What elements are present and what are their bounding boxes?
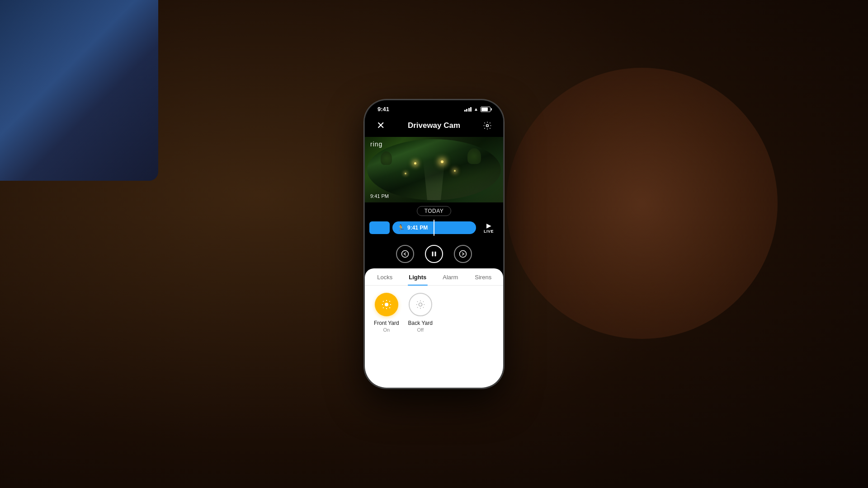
light-item-back-yard[interactable]: Back Yard Off <box>408 293 433 380</box>
light-item-front-yard[interactable]: Front Yard On <box>374 293 399 380</box>
tab-alarm[interactable]: Alarm <box>434 268 467 285</box>
app-content: ✕ Driveway Cam <box>365 114 503 388</box>
signal-bar-4 <box>470 107 472 112</box>
rewind-button[interactable] <box>396 245 414 263</box>
phone: 9:41 ▲ ✕ Driveway Cam <box>364 99 504 389</box>
app-header: ✕ Driveway Cam <box>365 114 503 137</box>
background-books <box>0 0 158 181</box>
video-timestamp: 9:41 PM <box>370 193 389 199</box>
tab-sirens[interactable]: Sirens <box>467 268 500 285</box>
timeline-event-block[interactable]: 🏃 9:41 PM <box>392 221 476 234</box>
back-yard-light-circle[interactable] <box>409 293 432 316</box>
status-icons: ▲ <box>464 107 491 112</box>
signal-bar-2 <box>466 109 467 112</box>
ring-logo: ring <box>370 141 382 148</box>
forward-button[interactable] <box>454 245 472 263</box>
playback-controls <box>365 239 503 268</box>
live-play-icon: ▶ <box>486 222 491 229</box>
svg-point-5 <box>385 303 388 306</box>
video-feed: ring 9:41 PM <box>365 137 503 202</box>
tabs-row: Locks Lights Alarm Sirens <box>365 268 503 286</box>
battery-fill <box>481 108 488 111</box>
svg-rect-2 <box>432 252 434 257</box>
signal-bars <box>464 107 472 112</box>
live-label: LIVE <box>484 229 494 234</box>
wifi-icon: ▲ <box>474 107 478 112</box>
live-button[interactable]: ▶ LIVE <box>479 222 499 234</box>
signal-bar-1 <box>464 110 466 112</box>
background-tray <box>506 68 778 339</box>
today-badge: TODAY <box>365 206 503 216</box>
svg-point-0 <box>486 125 488 127</box>
svg-point-4 <box>460 251 467 258</box>
motion-icon: 🏃 <box>397 224 405 231</box>
front-yard-status: On <box>383 327 390 333</box>
svg-point-6 <box>419 303 422 306</box>
timeline-section: TODAY 🏃 9:41 PM ▶ LIVE <box>365 202 503 239</box>
svg-point-1 <box>402 251 409 258</box>
front-yard-light-circle[interactable] <box>375 293 398 316</box>
today-pill[interactable]: TODAY <box>417 206 452 216</box>
bottom-panel: Locks Lights Alarm Sirens <box>365 268 503 388</box>
pause-button[interactable] <box>425 245 443 263</box>
timeline-cursor <box>434 220 434 236</box>
close-button[interactable]: ✕ <box>374 119 387 132</box>
timeline-bar: 🏃 9:41 PM ▶ LIVE <box>365 220 503 236</box>
header-title: Driveway Cam <box>408 121 460 130</box>
battery-icon <box>481 107 491 112</box>
status-bar: 9:41 ▲ <box>365 100 503 114</box>
tab-lights[interactable]: Lights <box>401 268 434 285</box>
video-overlay <box>365 137 503 202</box>
status-time: 9:41 <box>377 106 389 113</box>
svg-rect-3 <box>435 252 436 257</box>
signal-bar-3 <box>468 108 470 112</box>
back-yard-name: Back Yard <box>408 320 433 326</box>
timeline-event-time: 9:41 PM <box>407 225 428 231</box>
tab-locks[interactable]: Locks <box>368 268 401 285</box>
settings-button[interactable] <box>481 119 494 132</box>
front-yard-name: Front Yard <box>374 320 399 326</box>
timeline-past-event[interactable] <box>369 221 390 234</box>
back-yard-status: Off <box>417 327 423 333</box>
phone-wrapper: 9:41 ▲ ✕ Driveway Cam <box>364 99 504 389</box>
lights-grid: Front Yard On Back Yard Off <box>365 286 503 388</box>
